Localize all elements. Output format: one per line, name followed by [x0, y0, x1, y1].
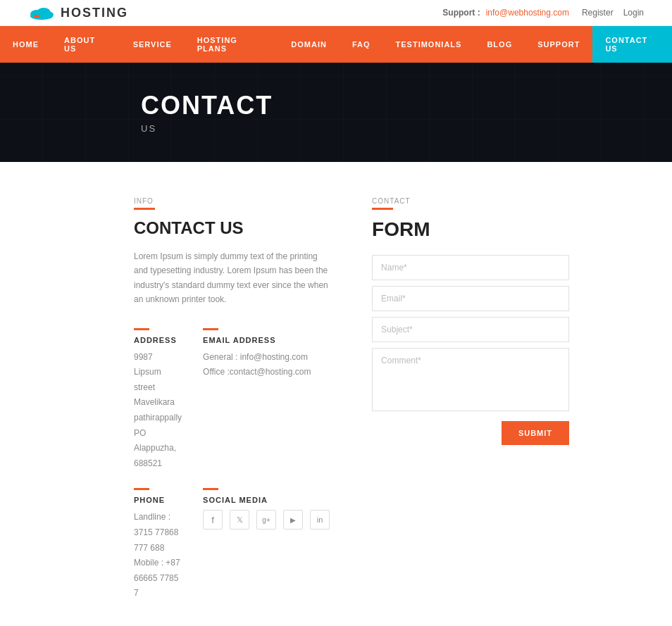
social-facebook[interactable]: f — [203, 510, 223, 530]
main-content: INFO CONTACT US Lorem Ipsum is simply du… — [0, 162, 672, 626]
contact-title: CONTACT US — [134, 218, 330, 238]
header-right: Support : info@webhosting.com Register L… — [442, 8, 644, 18]
comment-input[interactable] — [372, 348, 569, 411]
section-divider — [134, 208, 155, 210]
email-input[interactable] — [372, 286, 569, 311]
phone-block: PHONE Landline : 3715 77868 777 688 Mobi… — [134, 488, 182, 601]
header: HOSTING Support : info@webhosting.com Re… — [0, 0, 672, 26]
nav-testimonials[interactable]: TESTIMONIALS — [383, 30, 475, 58]
nav-service[interactable]: SERVICE — [120, 30, 185, 58]
nav-support[interactable]: SUPPORT — [525, 30, 592, 58]
social-twitter[interactable]: 𝕏 — [230, 510, 249, 530]
social-linkedin[interactable]: in — [310, 510, 330, 530]
contact-form: SUBMIT — [372, 255, 569, 445]
hero-content: CONTACT US — [141, 91, 273, 134]
logo-area: HOSTING — [28, 4, 128, 21]
name-input[interactable] — [372, 255, 569, 280]
contact-description: Lorem Ipsum is simply dummy text of the … — [134, 249, 330, 307]
form-panel: CONTACT FORM SUBMIT — [372, 197, 569, 601]
email-label: EMAIL ADDRESS — [203, 328, 330, 344]
subject-input[interactable] — [372, 317, 569, 342]
phone-details: Landline : 3715 77868 777 688 Mobile : +… — [134, 510, 182, 601]
logo-icon — [28, 4, 55, 21]
nav-about[interactable]: ABOUT US — [51, 26, 120, 63]
hero-subtitle: US — [141, 123, 273, 134]
support-email[interactable]: info@webhosting.com — [486, 8, 569, 18]
nav-home[interactable]: HOME — [0, 30, 51, 58]
email-general: General : info@hosting.com Office :conta… — [203, 350, 330, 380]
nav-blog[interactable]: BLOG — [474, 30, 525, 58]
support-label: Support : — [442, 8, 480, 18]
nav-contact[interactable]: CONTACT US — [592, 26, 672, 63]
info-panel: INFO CONTACT US Lorem Ipsum is simply du… — [134, 197, 330, 601]
form-title: FORM — [372, 218, 569, 241]
login-link[interactable]: Login — [623, 8, 644, 18]
submit-button[interactable]: SUBMIT — [502, 421, 569, 445]
form-divider — [372, 208, 393, 210]
navigation: HOME ABOUT US SERVICE HOSTING PLANS DOMA… — [0, 26, 672, 63]
hero-section: CONTACT US — [0, 63, 672, 162]
address-line1: 9987 Lipsum street Mavelikara pathirappa… — [134, 350, 182, 472]
social-google[interactable]: g+ — [256, 510, 276, 530]
nav-domain[interactable]: DOMAIN — [278, 30, 340, 58]
logo-text: HOSTING — [61, 6, 128, 20]
svg-rect-5 — [34, 15, 39, 18]
hero-title: CONTACT — [141, 91, 273, 120]
social-label: SOCIAL MEDIA — [203, 488, 330, 504]
social-youtube[interactable]: ▶ — [283, 510, 303, 530]
info-grid: ADDRESS 9987 Lipsum street Mavelikara pa… — [134, 328, 330, 601]
register-link[interactable]: Register — [582, 8, 614, 18]
social-block: SOCIAL MEDIA f 𝕏 g+ ▶ in — [203, 488, 330, 601]
phone-label: PHONE — [134, 488, 182, 504]
nav-hosting-plans[interactable]: HOSTING PLANS — [185, 26, 279, 63]
form-section-label: CONTACT — [372, 197, 569, 205]
social-icons: f 𝕏 g+ ▶ in — [203, 510, 330, 530]
address-block: ADDRESS 9987 Lipsum street Mavelikara pa… — [134, 328, 182, 472]
email-block: EMAIL ADDRESS General : info@hosting.com… — [203, 328, 330, 472]
info-section-label: INFO — [134, 197, 330, 205]
address-label: ADDRESS — [134, 328, 182, 344]
svg-point-4 — [30, 13, 53, 20]
nav-faq[interactable]: FAQ — [340, 30, 383, 58]
